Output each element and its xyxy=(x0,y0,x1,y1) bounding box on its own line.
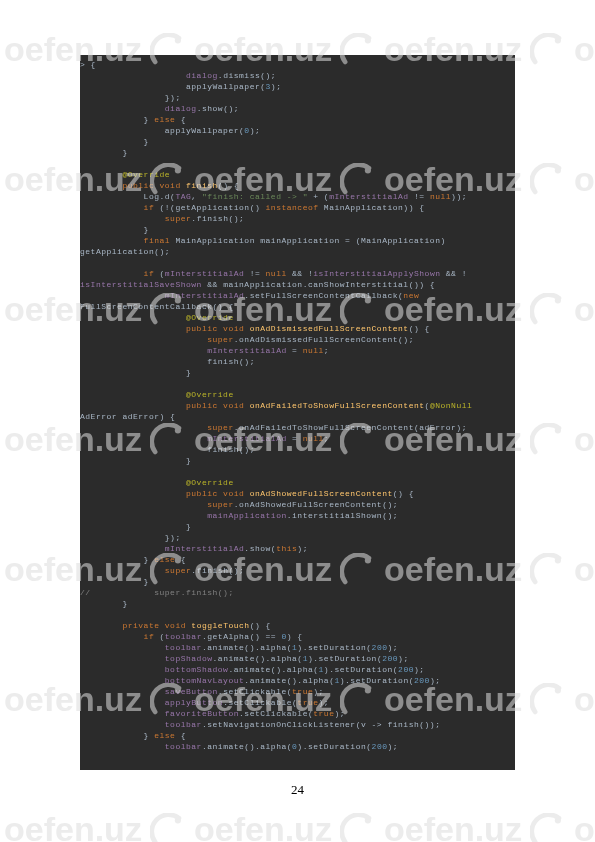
code-block: > { dialog.dismiss(); applyWallpaper(3);… xyxy=(80,55,515,770)
document-page: > { dialog.dismiss(); applyWallpaper(3);… xyxy=(0,0,595,842)
page-number: 24 xyxy=(0,782,595,798)
